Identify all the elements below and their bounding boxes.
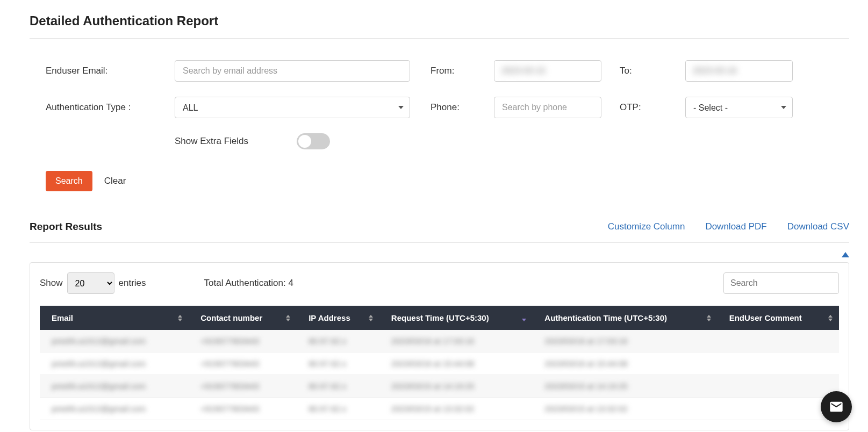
table-cell: 2023/03/15 at 13:32:02	[379, 398, 533, 420]
table-cell: 2023/03/15 at 13:32:02	[533, 398, 717, 420]
table-row: preethi.a1012@gmail.com+91907790344380.9…	[40, 352, 839, 375]
table-row: preethi.a1012@gmail.com+91907790344380.9…	[40, 330, 839, 352]
results-panel: Show 20 entries Total Authentication: 4 …	[30, 262, 849, 430]
table-cell	[718, 375, 839, 398]
table-cell: preethi.a1012@gmail.com	[40, 375, 189, 398]
auth-type-select[interactable]: ALL	[175, 97, 410, 118]
table-cell: 80.97.62.x	[297, 398, 379, 420]
results-table: Email Contact number IP Address Request …	[40, 306, 839, 420]
table-cell: +919077903443	[189, 352, 297, 375]
column-header-contact[interactable]: Contact number	[189, 306, 297, 330]
collapse-icon[interactable]	[842, 250, 849, 259]
filters-panel: Enduser Email: From: 2023-03-152023-03-1…	[46, 60, 849, 191]
table-cell: 2023/03/16 at 17:03:16	[379, 330, 533, 352]
table-cell: +919077903443	[189, 330, 297, 352]
column-header-auth-time[interactable]: Authentication Time (UTC+5:30)	[533, 306, 717, 330]
search-button[interactable]: Search	[46, 171, 92, 191]
table-row: preethi.a1012@gmail.com+91907790344380.9…	[40, 375, 839, 398]
table-cell	[718, 352, 839, 375]
entries-select[interactable]: 20	[67, 272, 114, 294]
show-label: Show	[40, 278, 63, 289]
table-cell: +919077903443	[189, 398, 297, 420]
table-cell: 80.97.62.x	[297, 352, 379, 375]
sort-icon	[828, 315, 833, 321]
to-date-label: To:	[620, 66, 632, 76]
enduser-email-label: Enduser Email:	[46, 66, 107, 76]
table-cell	[718, 330, 839, 352]
otp-label: OTP:	[620, 102, 641, 112]
table-cell: 2023/03/15 at 14:19:25	[379, 375, 533, 398]
sort-icon	[286, 315, 290, 321]
from-date-input[interactable]	[494, 60, 601, 82]
show-extra-fields-toggle[interactable]	[297, 133, 330, 149]
otp-select[interactable]: - Select -	[685, 97, 793, 118]
table-row: preethi.a1012@gmail.com+91907790344380.9…	[40, 398, 839, 420]
customize-column-link[interactable]: Customize Column	[608, 221, 685, 232]
show-extra-fields-label: Show Extra Fields	[175, 136, 248, 147]
table-cell: 80.97.62.x	[297, 330, 379, 352]
table-cell: 80.97.62.x	[297, 375, 379, 398]
page-title: Detailed Authentication Report	[30, 13, 849, 39]
table-cell: 2023/03/16 at 15:44:08	[379, 352, 533, 375]
column-header-request-time[interactable]: Request Time (UTC+5:30)	[379, 306, 533, 330]
entries-label: entries	[119, 278, 146, 289]
table-cell: preethi.a1012@gmail.com	[40, 352, 189, 375]
table-cell: 2023/03/15 at 14:19:25	[533, 375, 717, 398]
table-cell: preethi.a1012@gmail.com	[40, 398, 189, 420]
sort-desc-icon	[522, 315, 526, 321]
results-title: Report Results	[30, 221, 102, 233]
auth-type-label: Authentication Type :	[46, 102, 131, 112]
phone-input[interactable]	[494, 97, 601, 118]
sort-icon	[178, 315, 182, 321]
table-cell: 2023/03/16 at 17:03:16	[533, 330, 717, 352]
enduser-email-input[interactable]	[175, 60, 410, 82]
to-date-input[interactable]	[685, 60, 793, 82]
chat-widget-button[interactable]	[821, 391, 852, 422]
column-header-ip[interactable]: IP Address	[297, 306, 379, 330]
table-cell: +919077903443	[189, 375, 297, 398]
download-csv-link[interactable]: Download CSV	[787, 221, 849, 232]
column-header-email[interactable]: Email	[40, 306, 189, 330]
download-pdf-link[interactable]: Download PDF	[705, 221, 766, 232]
table-cell: 2023/03/16 at 15:44:08	[533, 352, 717, 375]
clear-button[interactable]: Clear	[104, 176, 126, 186]
from-date-label: From:	[431, 66, 454, 76]
sort-icon	[707, 315, 711, 321]
mail-icon	[829, 399, 844, 414]
sort-icon	[369, 315, 373, 321]
total-authentication-label: Total Authentication: 4	[204, 278, 293, 289]
phone-label: Phone:	[431, 102, 460, 112]
table-cell: preethi.a1012@gmail.com	[40, 330, 189, 352]
column-header-comment[interactable]: EndUser Comment	[718, 306, 839, 330]
divider	[30, 242, 849, 243]
table-search-input[interactable]	[723, 272, 839, 294]
